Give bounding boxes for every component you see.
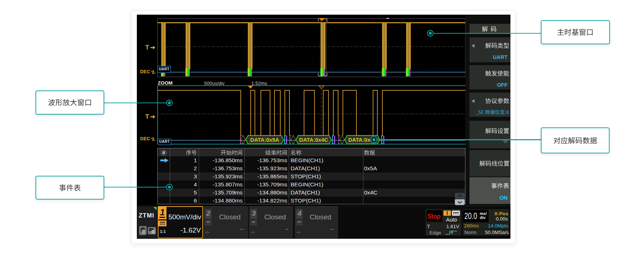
svg-text:DATA:0x5A: DATA:0x5A bbox=[250, 137, 280, 143]
svg-text:DATA:0x4C: DATA:0x4C bbox=[299, 137, 329, 143]
